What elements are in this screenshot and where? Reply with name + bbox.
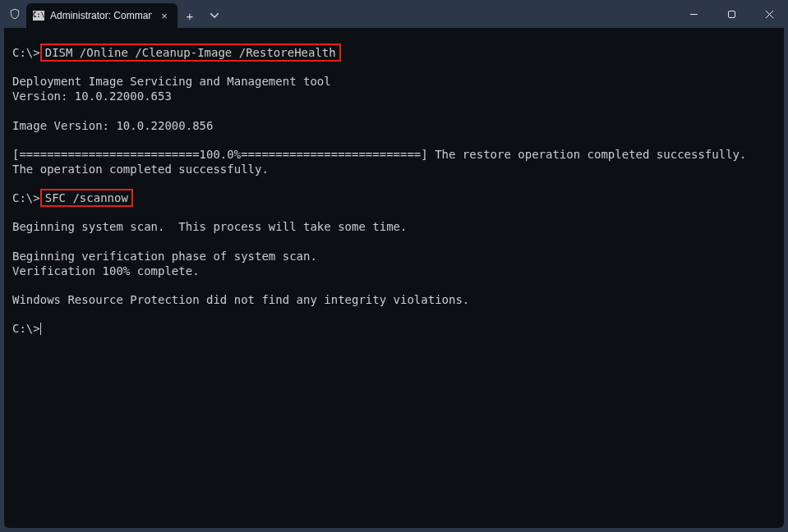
cursor: [40, 323, 41, 335]
tab[interactable]: C:\ Administrator: Command Pro ×: [26, 3, 177, 28]
terminal-output: Windows Resource Protection did not find…: [12, 293, 469, 306]
svg-rect-1: [728, 11, 735, 17]
admin-shield-icon: [8, 7, 21, 21]
titlebar: C:\ Administrator: Command Pro × +: [0, 0, 788, 28]
terminal-output: Deployment Image Servicing and Managemen…: [12, 75, 331, 88]
highlighted-command-sfc: SFC /scannow: [40, 189, 133, 207]
prompt: C:\>: [12, 46, 40, 59]
window-controls: [675, 0, 788, 28]
terminal[interactable]: C:\>DISM /Online /Cleanup-Image /Restore…: [4, 28, 784, 528]
terminal-output: [==========================100.0%=======…: [12, 148, 746, 161]
tab-title: Administrator: Command Pro: [50, 10, 152, 21]
prompt: C:\>: [12, 322, 40, 335]
minimize-button[interactable]: [675, 0, 712, 28]
terminal-output: Image Version: 10.0.22000.856: [12, 119, 213, 132]
terminal-output: Beginning system scan. This process will…: [12, 220, 407, 233]
terminal-output: Version: 10.0.22000.653: [12, 89, 172, 103]
close-button[interactable]: [750, 0, 788, 28]
new-tab-button[interactable]: +: [177, 3, 202, 28]
terminal-output: The operation completed successfully.: [12, 163, 269, 176]
terminal-output: Verification 100% complete.: [12, 264, 200, 277]
cmd-icon: C:\: [33, 11, 44, 21]
tab-dropdown-button[interactable]: [202, 3, 227, 28]
maximize-button[interactable]: [712, 0, 750, 28]
terminal-output: Beginning verification phase of system s…: [12, 250, 317, 263]
tab-close-icon[interactable]: ×: [158, 11, 171, 21]
highlighted-command-dism: DISM /Online /Cleanup-Image /RestoreHeal…: [40, 44, 341, 62]
prompt: C:\>: [12, 191, 40, 204]
